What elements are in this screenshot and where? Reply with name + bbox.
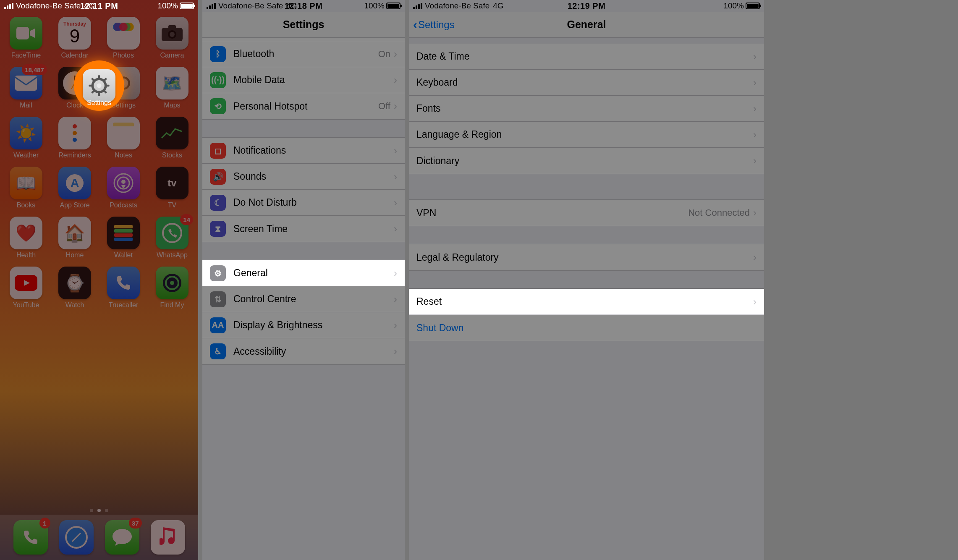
chevron-right-icon: › xyxy=(394,267,397,279)
chevron-right-icon: › xyxy=(753,296,756,308)
chevron-right-icon: › xyxy=(394,197,397,209)
chevron-right-icon: › xyxy=(394,293,397,305)
chevron-right-icon: › xyxy=(753,103,756,115)
status-bar: Vodafone-Be Safe 4G 12:11 PM 100% xyxy=(0,0,198,12)
row-label: Notifications xyxy=(233,145,394,156)
row-label: Bluetooth xyxy=(233,48,378,60)
row-sounds[interactable]: 🔊Sounds› xyxy=(202,164,405,190)
battery-icon xyxy=(180,3,194,9)
row-label: Control Centre xyxy=(233,293,394,305)
row-label: Reset xyxy=(416,296,753,307)
chevron-left-icon: ‹ xyxy=(413,18,417,31)
bell-icon: ◻︎ xyxy=(210,143,226,159)
row-label: Personal Hotspot xyxy=(233,101,378,112)
nav-bar: ‹ Settings General xyxy=(409,12,764,38)
chevron-right-icon: › xyxy=(394,74,397,86)
row-value: Not Connected xyxy=(688,207,750,218)
access-icon: ♿︎ xyxy=(210,343,226,359)
battery-icon xyxy=(386,3,400,9)
speaker-icon: 🔊 xyxy=(210,169,226,185)
settings-group-general: ⚙︎General›⇅Control Centre›AADisplay & Br… xyxy=(202,260,405,365)
row-display-brightness[interactable]: AADisplay & Brightness› xyxy=(202,312,405,338)
status-time: 12:11 PM xyxy=(80,1,118,11)
settings-group-notifications: ◻︎Notifications›🔊Sounds›☾Do Not Disturb›… xyxy=(202,137,405,242)
general-group-vpn: VPNNot Connected› xyxy=(409,199,764,226)
gear-icon xyxy=(83,69,115,102)
row-keyboard[interactable]: Keyboard› xyxy=(409,70,764,96)
row-label: Dictionary xyxy=(416,155,753,167)
svg-point-24 xyxy=(97,83,101,88)
chevron-right-icon: › xyxy=(394,171,397,183)
moon-icon: ☾ xyxy=(210,195,226,211)
row-label: Shut Down xyxy=(416,322,756,334)
chevron-right-icon: › xyxy=(753,129,756,141)
chevron-right-icon: › xyxy=(753,155,756,167)
row-accessibility[interactable]: ♿︎Accessibility› xyxy=(202,338,405,364)
row-label: Display & Brightness xyxy=(233,319,394,331)
settings-screen: Vodafone-Be Safe 4G 12:18 PM 100% Settin… xyxy=(202,0,405,560)
gear-icon: ⚙︎ xyxy=(210,265,226,281)
home-screen: Vodafone-Be Safe 4G 12:11 PM 100% FaceTi… xyxy=(0,0,198,560)
row-notifications[interactable]: ◻︎Notifications› xyxy=(202,138,405,164)
row-general[interactable]: ⚙︎General› xyxy=(202,260,405,286)
row-bluetooth[interactable]: ᛒBluetoothOn› xyxy=(202,41,405,67)
row-vpn[interactable]: VPNNot Connected› xyxy=(409,200,764,226)
row-label: Date & Time xyxy=(416,51,753,62)
row-label: Do Not Disturb xyxy=(233,197,394,208)
row-control-centre[interactable]: ⇅Control Centre› xyxy=(202,286,405,312)
page-title: Settings xyxy=(283,18,325,31)
row-shut-down[interactable]: Shut Down xyxy=(409,315,764,341)
back-button[interactable]: ‹ Settings xyxy=(413,18,455,31)
settings-highlight-ring[interactable]: Settings xyxy=(74,60,124,111)
row-label: Language & Region xyxy=(416,129,753,140)
app-label: Settings xyxy=(87,99,111,107)
row-personal-hotspot[interactable]: ⟲Personal HotspotOff› xyxy=(202,93,405,119)
row-mobile-data[interactable]: ((·))Mobile Data› xyxy=(202,67,405,93)
row-label: Legal & Regulatory xyxy=(416,252,753,263)
page-title: General xyxy=(567,18,606,31)
row-value: Off xyxy=(378,101,390,112)
aa-icon: AA xyxy=(210,317,226,333)
chevron-right-icon: › xyxy=(753,207,756,219)
general-group-1: Date & Time›Keyboard›Fonts›Language & Re… xyxy=(409,44,764,174)
row-label: Sounds xyxy=(233,171,394,182)
row-do-not-disturb[interactable]: ☾Do Not Disturb› xyxy=(202,190,405,216)
bluetooth-icon: ᛒ xyxy=(210,46,226,62)
hourglass-icon: ⧗ xyxy=(210,221,226,237)
row-language-region[interactable]: Language & Region› xyxy=(409,122,764,148)
battery-icon xyxy=(746,3,760,9)
settings-group-connectivity: ᛒBluetoothOn›((·))Mobile Data›⟲Personal … xyxy=(202,41,405,120)
row-label: Screen Time xyxy=(233,223,394,235)
row-fonts[interactable]: Fonts› xyxy=(409,96,764,122)
nav-bar: Settings xyxy=(202,12,405,38)
row-label: Keyboard xyxy=(416,77,753,88)
chevron-right-icon: › xyxy=(753,51,756,63)
row-legal-regulatory[interactable]: Legal & Regulatory› xyxy=(409,244,764,270)
row-label: General xyxy=(233,267,394,279)
row-date-time[interactable]: Date & Time› xyxy=(409,44,764,70)
row-reset[interactable]: Reset› xyxy=(409,289,764,315)
antenna-icon: ((·)) xyxy=(210,72,226,88)
chevron-right-icon: › xyxy=(394,223,397,235)
status-bar: Vodafone-Be Safe 4G 12:19 PM 100% xyxy=(409,0,764,12)
signal-icon xyxy=(207,3,216,9)
row-label: VPN xyxy=(416,207,688,219)
chevron-right-icon: › xyxy=(394,100,397,112)
row-value: On xyxy=(378,49,390,60)
row-label: Mobile Data xyxy=(233,74,394,86)
carrier-label: Vodafone-Be Safe xyxy=(16,1,81,10)
signal-icon xyxy=(4,3,13,9)
battery-indicator: 100% xyxy=(157,1,194,10)
switches-icon: ⇅ xyxy=(210,291,226,307)
chevron-right-icon: › xyxy=(753,77,756,89)
row-dictionary[interactable]: Dictionary› xyxy=(409,148,764,174)
row-label: Accessibility xyxy=(233,346,394,357)
chevron-right-icon: › xyxy=(394,319,397,331)
general-screen: Vodafone-Be Safe 4G 12:19 PM 100% ‹ Sett… xyxy=(409,0,764,560)
general-group-reset: Reset›Shut Down xyxy=(409,288,764,341)
chevron-right-icon: › xyxy=(753,251,756,263)
chevron-right-icon: › xyxy=(394,145,397,157)
chevron-right-icon: › xyxy=(394,345,397,357)
status-bar: Vodafone-Be Safe 4G 12:18 PM 100% xyxy=(202,0,405,12)
row-screen-time[interactable]: ⧗Screen Time› xyxy=(202,216,405,242)
